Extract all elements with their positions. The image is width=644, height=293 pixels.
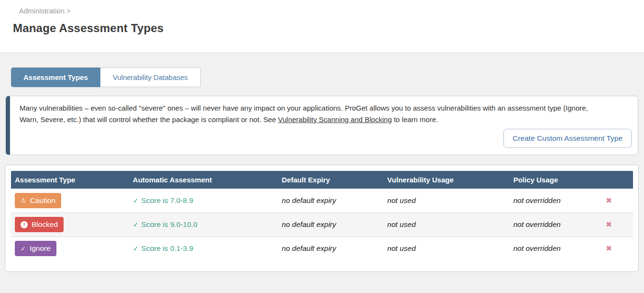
- warning-triangle-icon: ⚠: [21, 197, 26, 203]
- automatic-assessment-value: ✓ Score is 7.0-8.9: [133, 196, 193, 205]
- header-vulnerability-usage: Vulnerability Usage: [383, 171, 510, 189]
- badge-label: Blocked: [32, 220, 58, 229]
- header-policy-usage: Policy Usage: [510, 171, 598, 189]
- table-row: ! Blocked ✓ Score is 9.0-10.0 no default…: [11, 213, 633, 237]
- table-header-row: Assessment Type Automatic Assessment Def…: [11, 171, 633, 189]
- page-header: Administration > Manage Assessment Types: [0, 0, 644, 53]
- create-custom-assessment-type-button[interactable]: Create Custom Assessment Type: [503, 129, 632, 148]
- assessment-table: Assessment Type Automatic Assessment Def…: [11, 171, 633, 260]
- page-title: Manage Assessment Types: [13, 22, 644, 35]
- default-expiry-value: no default expiry: [278, 189, 383, 213]
- breadcrumb[interactable]: Administration >: [19, 7, 644, 15]
- vulnerability-usage-value: not used: [383, 237, 510, 260]
- policy-usage-value: not overridden: [510, 237, 598, 260]
- header-actions: [598, 171, 633, 189]
- score-text: Score is 7.0-8.9: [142, 196, 194, 205]
- policy-usage-value: not overridden: [510, 213, 598, 237]
- vulnerability-usage-value: not used: [383, 189, 510, 213]
- score-text: Score is 0.1-3.9: [142, 244, 194, 253]
- check-icon: ✓: [133, 197, 139, 204]
- header-default-expiry: Default Expiry: [278, 171, 383, 189]
- tab-assessment-types[interactable]: Assessment Types: [11, 68, 100, 87]
- default-expiry-value: no default expiry: [278, 213, 383, 237]
- caution-badge[interactable]: ⚠ Caution: [15, 193, 61, 208]
- score-text: Score is 9.0-10.0: [142, 220, 197, 229]
- delete-ignore-button[interactable]: ✖: [598, 237, 633, 260]
- ignore-badge[interactable]: ✓ Ignore: [15, 241, 56, 256]
- header-assessment-type: Assessment Type: [11, 171, 129, 189]
- automatic-assessment-value: ✓ Score is 0.1-3.9: [133, 244, 193, 253]
- policy-usage-value: not overridden: [510, 189, 598, 213]
- default-expiry-value: no default expiry: [278, 237, 383, 260]
- info-text: Many vulnerabilities – even so-called "s…: [20, 102, 605, 125]
- info-text-after: to learn more.: [392, 115, 438, 124]
- badge-label: Caution: [30, 196, 55, 205]
- header-automatic-assessment: Automatic Assessment: [129, 171, 278, 189]
- tab-bar: Assessment Types Vulnerability Databases: [11, 68, 644, 87]
- automatic-assessment-value: ✓ Score is 9.0-10.0: [133, 220, 197, 229]
- delete-caution-button[interactable]: ✖: [598, 189, 633, 213]
- exclamation-circle-icon: !: [21, 221, 28, 228]
- delete-blocked-button[interactable]: ✖: [598, 213, 633, 237]
- badge-label: Ignore: [30, 244, 51, 253]
- table-row: ✓ Ignore ✓ Score is 0.1-3.9 no default e…: [11, 237, 633, 260]
- blocked-badge[interactable]: ! Blocked: [15, 217, 64, 232]
- check-icon: ✓: [133, 221, 139, 228]
- vulnerability-usage-value: not used: [383, 213, 510, 237]
- check-icon: ✓: [133, 245, 139, 252]
- vulnerability-scanning-link[interactable]: Vulnerability Scanning and Blocking: [278, 115, 392, 124]
- assessment-table-card: Assessment Type Automatic Assessment Def…: [5, 165, 639, 272]
- check-icon: ✓: [21, 246, 26, 252]
- info-panel: Many vulnerabilities – even so-called "s…: [6, 96, 638, 155]
- tab-vulnerability-databases[interactable]: Vulnerability Databases: [100, 68, 201, 87]
- table-row: ⚠ Caution ✓ Score is 7.0-8.9 no default …: [11, 189, 633, 213]
